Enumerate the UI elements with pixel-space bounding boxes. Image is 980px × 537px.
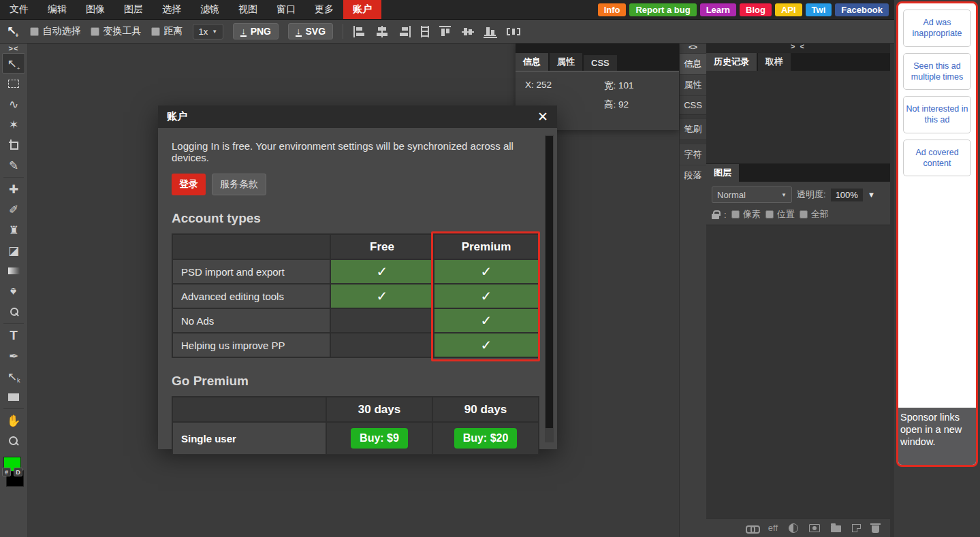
learn-link[interactable]: Learn — [700, 3, 736, 16]
lock-all-toggle[interactable]: 全部 — [800, 208, 829, 221]
report-bug-link[interactable]: Report a bug — [629, 3, 696, 16]
checkbox-icon — [800, 210, 808, 218]
menu-item-file[interactable]: 文件 — [0, 0, 38, 19]
marquee-tool-button[interactable] — [2, 74, 25, 94]
menu-item-edit[interactable]: 编辑 — [38, 0, 76, 19]
export-png-button[interactable]: ↓ PNG — [233, 23, 279, 39]
terms-of-service-button[interactable]: 服务条款 — [212, 174, 266, 195]
tab-swatches[interactable]: 取样 — [758, 53, 791, 71]
login-button[interactable]: 登录 — [172, 174, 206, 195]
new-layer-icon[interactable] — [852, 524, 861, 532]
align-center-horizontal-icon[interactable] — [375, 26, 389, 37]
distribute-vertical-icon[interactable] — [420, 26, 430, 37]
layers-list[interactable] — [706, 225, 890, 518]
tab-layers[interactable]: 图层 — [706, 164, 739, 182]
new-group-icon[interactable] — [831, 525, 841, 532]
magic-wand-icon: ✶ — [9, 118, 18, 132]
layer-effects-button[interactable]: eff — [768, 523, 778, 533]
align-bottom-icon[interactable] — [484, 25, 497, 38]
layers-bottom-bar: eff — [706, 518, 890, 537]
align-right-icon[interactable] — [398, 26, 411, 37]
ad-not-interested-button[interactable]: Not interested in this ad — [903, 96, 971, 133]
adjustment-layer-icon[interactable] — [789, 523, 798, 533]
healing-tool-button[interactable]: ✚ — [2, 179, 25, 199]
side-tab-properties[interactable]: 属性 — [680, 74, 706, 95]
auto-select-toggle[interactable]: 自动选择 — [30, 25, 81, 37]
dialog-header[interactable]: 账户 ✕ — [158, 105, 557, 128]
tab-info[interactable]: 信息 — [516, 53, 548, 71]
collapsed-panels-strip: <> 信息 属性 CSS 笔刷 字符 段落 — [679, 41, 706, 537]
align-middle-vertical-icon[interactable] — [461, 26, 475, 37]
blend-mode-select[interactable]: Normal ▼ — [712, 186, 792, 203]
lock-pixels-toggle[interactable]: 像素 — [731, 208, 761, 221]
distribute-horizontal-icon[interactable] — [506, 26, 521, 37]
crop-tool-button[interactable] — [2, 135, 25, 155]
delete-layer-icon[interactable] — [872, 525, 879, 533]
eraser-tool-button[interactable]: ◪ — [2, 240, 25, 261]
clone-stamp-tool-button[interactable]: ♜ — [2, 220, 25, 240]
type-tool-button[interactable]: T — [2, 325, 25, 346]
menu-item-filter[interactable]: 滤镜 — [191, 0, 229, 19]
blur-tool-button[interactable]: ♠ — [2, 281, 25, 302]
brush-tool-button[interactable]: ✐ — [2, 199, 25, 220]
history-list[interactable] — [706, 71, 890, 164]
eyedropper-tool-button[interactable]: ✎ — [2, 155, 25, 176]
default-colors-button[interactable]: D — [14, 468, 22, 476]
dialog-scrollbar[interactable] — [545, 135, 554, 442]
transform-controls-toggle[interactable]: 变换工具 — [91, 25, 142, 37]
pen-tool-button[interactable]: ✒ — [2, 346, 25, 366]
lasso-tool-button[interactable]: ∿ — [2, 94, 25, 114]
buy-30-days-button[interactable]: Buy: $9 — [351, 428, 408, 449]
buy-30-cell: Buy: $9 — [326, 422, 432, 455]
export-svg-button[interactable]: ↓ SVG — [288, 23, 333, 39]
side-tab-brush[interactable]: 笔刷 — [680, 118, 706, 140]
align-left-icon[interactable] — [353, 26, 366, 37]
menu-item-account[interactable]: 账户 — [343, 0, 381, 19]
link-layers-icon[interactable] — [746, 525, 757, 531]
tab-css[interactable]: CSS — [584, 55, 617, 71]
tab-history[interactable]: 历史记录 — [706, 53, 757, 71]
info-link[interactable]: Info — [598, 3, 627, 16]
scrollbar-thumb[interactable] — [546, 136, 553, 428]
magic-wand-tool-button[interactable]: ✶ — [2, 114, 25, 135]
side-tab-info[interactable]: 信息 — [680, 53, 706, 74]
lock-position-toggle[interactable]: 位置 — [765, 208, 795, 221]
caret-down-icon[interactable]: ▼ — [868, 191, 875, 199]
rectangle-tool-button[interactable] — [2, 387, 25, 407]
side-tab-paragraph[interactable]: 段落 — [680, 165, 706, 186]
distance-toggle[interactable]: 距离 — [151, 25, 183, 37]
menu-item-layer[interactable]: 图层 — [114, 0, 153, 19]
hex-color-button[interactable]: # — [2, 468, 11, 476]
dodge-tool-button[interactable] — [2, 302, 25, 322]
dodge-icon — [8, 306, 19, 317]
side-tab-css[interactable]: CSS — [680, 95, 706, 114]
tool-options-bar: ↖+ 自动选择 变换工具 距离 1x ▼ ↓ PNG ↓ SVG — [0, 20, 894, 44]
zoom-tool-button[interactable] — [2, 431, 25, 451]
ad-inappropriate-button[interactable]: Ad was inappropriate — [903, 10, 971, 47]
ad-covered-content-button[interactable]: Ad covered content — [903, 140, 971, 177]
align-top-icon[interactable] — [439, 26, 452, 37]
buy-90-days-button[interactable]: Buy: $20 — [454, 428, 518, 449]
ad-seen-multiple-button[interactable]: Seen this ad multiple times — [903, 53, 971, 91]
tab-properties[interactable]: 属性 — [550, 53, 582, 71]
opacity-value[interactable]: 100% — [831, 189, 863, 201]
menu-item-view[interactable]: 视图 — [229, 0, 267, 19]
facebook-link[interactable]: Facebook — [835, 3, 889, 16]
close-icon[interactable]: ✕ — [537, 110, 548, 123]
move-tool-button[interactable]: ↖+ — [2, 53, 25, 74]
twitter-link[interactable]: Twi — [806, 3, 832, 16]
layer-mask-icon[interactable] — [809, 524, 820, 532]
hand-tool-button[interactable]: ✋ — [2, 410, 25, 431]
api-link[interactable]: API — [775, 3, 802, 16]
menu-item-select[interactable]: 选择 — [153, 0, 191, 19]
menu-item-window[interactable]: 窗口 — [267, 0, 305, 19]
menu-item-image[interactable]: 图像 — [76, 0, 114, 19]
menu-item-more[interactable]: 更多 — [305, 0, 343, 19]
blog-link[interactable]: Blog — [740, 3, 772, 16]
gradient-tool-button[interactable] — [2, 261, 25, 281]
pixel-ratio-select[interactable]: 1x ▼ — [193, 24, 224, 39]
collapse-tools-button[interactable]: >< — [9, 44, 19, 53]
side-tab-character[interactable]: 字符 — [680, 144, 706, 165]
png-label: PNG — [251, 26, 271, 37]
path-select-tool-button[interactable]: ↖ — [2, 366, 25, 387]
